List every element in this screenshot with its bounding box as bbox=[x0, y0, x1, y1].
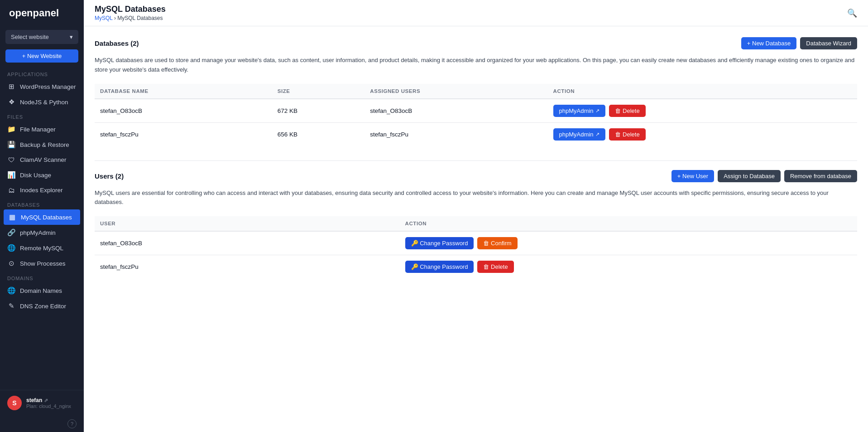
new-website-button[interactable]: + New Website bbox=[5, 49, 78, 63]
remove-from-database-button[interactable]: Remove from database bbox=[784, 170, 857, 182]
section-divider bbox=[95, 160, 857, 161]
sidebar-item-label: Disk Usage bbox=[20, 172, 51, 179]
dns-zone-editor-icon: ✎ bbox=[7, 302, 15, 310]
sidebar-item-label: Inodes Explorer bbox=[20, 187, 63, 194]
table-row: stefan_fsczPu🔑 Change Password🗑 Delete bbox=[95, 255, 857, 279]
disk-usage-icon: 📊 bbox=[7, 171, 15, 179]
sidebar-item-dns-zone-editor[interactable]: ✎DNS Zone Editor bbox=[0, 298, 84, 314]
wordpress-manager-icon: ⊞ bbox=[7, 83, 15, 91]
sidebar-user: S stefan ⇗ Plan: cloud_4_nginx bbox=[0, 390, 84, 416]
change-password-button-1[interactable]: 🔑 Change Password bbox=[405, 261, 474, 273]
col-user: USER bbox=[95, 216, 400, 231]
db-size-cell: 656 KB bbox=[272, 122, 365, 146]
sidebar-item-backup-restore[interactable]: 💾Backup & Restore bbox=[0, 137, 84, 152]
inodes-explorer-icon: 🗂 bbox=[7, 186, 15, 194]
sidebar-item-file-manager[interactable]: 📁File Manager bbox=[0, 121, 84, 137]
sidebar-section-label: Domains bbox=[0, 271, 84, 283]
sidebar-logo: openpanel bbox=[0, 0, 84, 26]
breadcrumb-current: MySQL Databases bbox=[117, 15, 163, 21]
sidebar-section-label: Applications bbox=[0, 67, 84, 79]
users-description: MySQL users are essential for controllin… bbox=[95, 189, 857, 208]
breadcrumb: MySQL › MySQL Databases bbox=[95, 15, 166, 21]
sidebar-section-label: Databases bbox=[0, 198, 84, 209]
databases-table: DATABASE NAME SIZE ASSIGNED USERS ACTION… bbox=[95, 84, 857, 146]
db-size-cell: 672 KB bbox=[272, 99, 365, 123]
col-db-name: DATABASE NAME bbox=[95, 84, 272, 99]
new-user-button[interactable]: + New User bbox=[671, 170, 714, 182]
sidebar-section-label: Files bbox=[0, 110, 84, 121]
delete-user-button-1[interactable]: 🗑 Delete bbox=[477, 261, 513, 273]
sidebar-item-label: Backup & Restore bbox=[20, 141, 69, 148]
users-section-header: Users (2) + New User Assign to Database … bbox=[95, 170, 857, 182]
delete-database-button-1[interactable]: 🗑 Delete bbox=[609, 128, 645, 141]
user-name-cell: stefan_fsczPu bbox=[95, 255, 400, 279]
assign-to-database-button[interactable]: Assign to Database bbox=[718, 170, 781, 182]
db-name-cell: stefan_fsczPu bbox=[95, 122, 272, 146]
page-title: MySQL Databases bbox=[95, 5, 166, 14]
phpmyadmin-icon: 🔗 bbox=[7, 228, 15, 237]
sidebar-item-remote-mysql[interactable]: 🌐Remote MySQL bbox=[0, 240, 84, 256]
topbar: MySQL Databases MySQL › MySQL Databases … bbox=[84, 0, 868, 26]
users-section-title: Users (2) bbox=[95, 172, 124, 180]
sidebar-item-label: File Manager bbox=[20, 126, 56, 133]
db-name-cell: stefan_O83ocB bbox=[95, 99, 272, 123]
sidebar-item-label: Domain Names bbox=[20, 287, 62, 294]
help-button[interactable]: ? bbox=[67, 419, 77, 428]
sidebar-nav: Applications⊞WordPress Manager❖NodeJS & … bbox=[0, 67, 84, 314]
col-db-assigned: ASSIGNED USERS bbox=[364, 84, 547, 99]
sidebar-item-label: Show Processes bbox=[20, 260, 66, 267]
main-content: MySQL Databases MySQL › MySQL Databases … bbox=[84, 0, 868, 432]
breadcrumb-parent[interactable]: MySQL bbox=[95, 15, 113, 21]
content-area: Databases (2) + New Database Database Wi… bbox=[84, 26, 868, 432]
sidebar-item-disk-usage[interactable]: 📊Disk Usage bbox=[0, 167, 84, 183]
new-database-button[interactable]: + New Database bbox=[741, 37, 796, 49]
sidebar: openpanel Select website ▾ + New Website… bbox=[0, 0, 84, 432]
remote-mysql-icon: 🌐 bbox=[7, 244, 15, 252]
select-website-button[interactable]: Select website ▾ bbox=[5, 30, 78, 44]
db-action-cell: phpMyAdmin ↗🗑 Delete bbox=[548, 122, 857, 146]
databases-section-header: Databases (2) + New Database Database Wi… bbox=[95, 37, 857, 49]
sidebar-item-label: DNS Zone Editor bbox=[20, 303, 66, 310]
phpmyadmin-button-1[interactable]: phpMyAdmin ↗ bbox=[553, 128, 606, 141]
phpmyadmin-button-0[interactable]: phpMyAdmin ↗ bbox=[553, 105, 606, 117]
change-password-button-0[interactable]: 🔑 Change Password bbox=[405, 237, 474, 249]
sidebar-item-label: NodeJS & Python bbox=[20, 99, 68, 106]
table-row: stefan_fsczPu656 KBstefan_fsczPuphpMyAdm… bbox=[95, 122, 857, 146]
confirm-button-0[interactable]: 🗑 Confirm bbox=[477, 237, 517, 249]
sidebar-item-phpmyadmin[interactable]: 🔗phpMyAdmin bbox=[0, 225, 84, 240]
databases-description: MySQL databases are used to store and ma… bbox=[95, 56, 857, 75]
username: stefan ⇗ bbox=[26, 397, 71, 403]
col-user-action: ACTION bbox=[400, 216, 857, 231]
sidebar-item-wordpress-manager[interactable]: ⊞WordPress Manager bbox=[0, 79, 84, 94]
user-action-cell: 🔑 Change Password🗑 Delete bbox=[400, 255, 857, 279]
table-row: stefan_O83ocB🔑 Change Password🗑 Confirm bbox=[95, 231, 857, 255]
database-wizard-button[interactable]: Database Wizard bbox=[800, 37, 857, 49]
sidebar-item-label: phpMyAdmin bbox=[20, 229, 56, 236]
sidebar-item-label: WordPress Manager bbox=[20, 83, 76, 90]
table-row: stefan_O83ocB672 KBstefan_O83ocBphpMyAdm… bbox=[95, 99, 857, 123]
file-manager-icon: 📁 bbox=[7, 125, 15, 133]
avatar: S bbox=[7, 396, 22, 410]
sidebar-item-mysql-databases[interactable]: ▦MySQL Databases bbox=[4, 209, 80, 225]
sidebar-item-show-processes[interactable]: ⊙Show Processes bbox=[0, 256, 84, 271]
show-processes-icon: ⊙ bbox=[7, 259, 15, 267]
delete-database-button-0[interactable]: 🗑 Delete bbox=[609, 105, 645, 117]
databases-section-title: Databases (2) bbox=[95, 39, 139, 47]
sidebar-item-label: Remote MySQL bbox=[20, 245, 63, 252]
users-table-body: stefan_O83ocB🔑 Change Password🗑 Confirms… bbox=[95, 231, 857, 278]
databases-table-body: stefan_O83ocB672 KBstefan_O83ocBphpMyAdm… bbox=[95, 99, 857, 146]
user-name-cell: stefan_O83ocB bbox=[95, 231, 400, 255]
user-plan: Plan: cloud_4_nginx bbox=[26, 403, 71, 409]
search-button[interactable]: 🔍 bbox=[847, 8, 857, 18]
users-table-header-row: USER ACTION bbox=[95, 216, 857, 231]
mysql-databases-icon: ▦ bbox=[8, 213, 16, 221]
users-table: USER ACTION stefan_O83ocB🔑 Change Passwo… bbox=[95, 216, 857, 278]
col-db-action: ACTION bbox=[548, 84, 857, 99]
sidebar-item-nodejs-python[interactable]: ❖NodeJS & Python bbox=[0, 94, 84, 110]
sidebar-item-domain-names[interactable]: 🌐Domain Names bbox=[0, 283, 84, 298]
col-db-size: SIZE bbox=[272, 84, 365, 99]
sidebar-item-inodes-explorer[interactable]: 🗂Inodes Explorer bbox=[0, 183, 84, 198]
sidebar-item-clamav-scanner[interactable]: 🛡ClamAV Scanner bbox=[0, 152, 84, 167]
db-action-cell: phpMyAdmin ↗🗑 Delete bbox=[548, 99, 857, 123]
backup-restore-icon: 💾 bbox=[7, 141, 15, 149]
